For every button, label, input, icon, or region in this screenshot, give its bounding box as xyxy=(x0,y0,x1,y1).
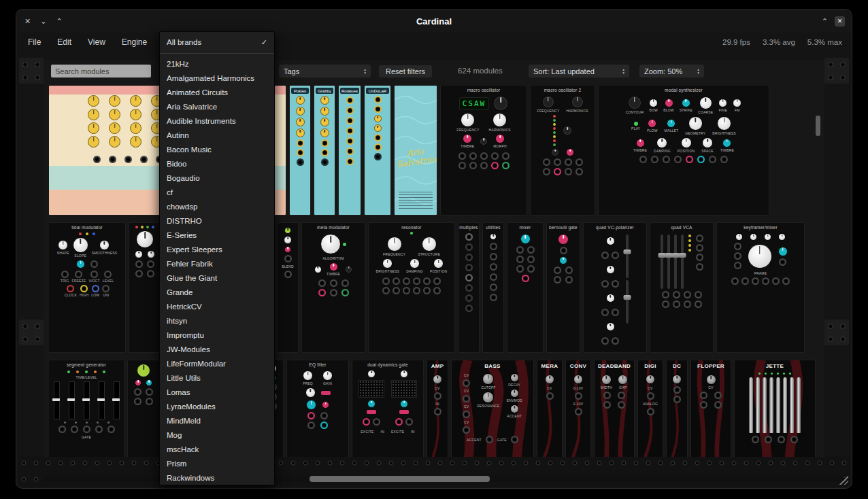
knob xyxy=(778,247,788,256)
module-tile[interactable]: DEADBANDWIDTHGAP xyxy=(595,360,634,457)
module-tile[interactable]: quad VCA xyxy=(650,223,713,352)
module-tile[interactable]: modal synthesizerCONTOURBOWBLOWSTRIKECOA… xyxy=(599,86,769,215)
module-tile[interactable] xyxy=(129,223,161,352)
module-tile[interactable]: Pokies xyxy=(290,86,310,215)
window-close-icon[interactable]: ✕ xyxy=(835,16,845,27)
module-tile[interactable]: dual dynamics gateEXCITEINEXCITEIN xyxy=(352,360,423,457)
module-tile[interactable]: Rotatoes xyxy=(339,86,361,215)
brand-menu-item[interactable]: Little Utils xyxy=(160,371,274,385)
brand-menu-item[interactable]: Audible Instruments xyxy=(160,114,274,128)
module-tile[interactable]: meta modulatorALGORITHMTIMBRE xyxy=(302,223,365,352)
panel-label: 0-10V xyxy=(573,402,583,406)
brand-menu-item[interactable]: Lomas xyxy=(160,385,274,400)
brand-menu-item[interactable]: E-Series xyxy=(160,228,274,243)
port xyxy=(516,246,524,254)
port xyxy=(433,287,441,294)
brand-menu-item[interactable]: mscHack xyxy=(160,443,274,457)
knob xyxy=(636,139,645,148)
reset-filters-label: Reset filters xyxy=(386,67,425,75)
port xyxy=(463,395,470,402)
brand-menu-item[interactable]: Impromptu xyxy=(160,328,274,343)
module-tile[interactable]: multiples xyxy=(458,223,479,352)
fader xyxy=(54,381,60,419)
module-tile[interactable]: Grabby xyxy=(314,86,335,215)
brand-menu-item[interactable]: Expert Sleepers xyxy=(160,243,274,257)
brand-menu-item[interactable]: Amalgamated Harmonics xyxy=(160,71,274,86)
brand-menu-item[interactable]: HetrickCV xyxy=(160,300,274,314)
module-tile[interactable]: AMPCVIN xyxy=(427,360,448,457)
brand-menu-item[interactable]: chowdsp xyxy=(160,200,274,214)
brand-menu-item[interactable]: Aria Salvatrice xyxy=(160,100,274,114)
brand-menu-item[interactable]: ihtsyn xyxy=(160,314,274,328)
module-tile[interactable]: resonatorFREQUENCYSTRUCTUREBRIGHTNESSDAM… xyxy=(369,223,454,352)
module-tile[interactable]: EQ filterFREQGAIN xyxy=(287,360,348,457)
sort-dropdown[interactable]: Sort: Last updated ▴▾ xyxy=(529,65,629,78)
module-tile[interactable]: BLEND xyxy=(278,223,298,352)
brand-menu-item[interactable]: Mog xyxy=(160,428,274,443)
menu-view[interactable]: View xyxy=(82,35,112,50)
brand-menu-item[interactable]: DISTRHO xyxy=(160,214,274,228)
menu-engine[interactable]: Engine xyxy=(116,35,153,50)
zoom-dropdown[interactable]: Zoom: 50% ▴▾ xyxy=(639,65,704,78)
reset-filters-button[interactable]: Reset filters xyxy=(379,65,432,78)
port xyxy=(684,291,691,298)
search-input[interactable] xyxy=(51,65,151,78)
brand-menu-item[interactable]: Animated Circuits xyxy=(160,86,274,100)
led xyxy=(553,139,556,142)
module-tile[interactable]: quad VC-polarizer xyxy=(584,223,646,352)
module-tile[interactable]: DIGICVANALOG xyxy=(638,360,663,457)
brand-menu-item[interactable]: cf xyxy=(160,186,274,200)
brand-menu-item[interactable]: Prism xyxy=(160,457,274,471)
horizontal-scrollbar-thumb[interactable] xyxy=(310,476,490,482)
module-tile[interactable]: segment generatorTIME/LEVELGATE xyxy=(49,360,124,457)
module-tile[interactable]: UnDuLaR xyxy=(365,86,390,215)
brand-menu-item[interactable]: Fehler Fabrik xyxy=(160,257,274,271)
module-tile[interactable]: CONV0-10V0-10V xyxy=(566,360,590,457)
vertical-scrollbar[interactable] xyxy=(816,116,820,136)
menu-file[interactable]: File xyxy=(22,35,47,50)
port xyxy=(374,143,382,151)
checkmark-icon: ✓ xyxy=(261,35,267,50)
port xyxy=(90,260,98,268)
brand-menu-item[interactable]: JW-Modules xyxy=(160,343,274,357)
module-tile[interactable]: bernoulli gate xyxy=(547,223,580,352)
module-tile[interactable]: BASSCVCVCVCVCUTOFFRESONANCEDECAYENVMODAC… xyxy=(452,360,533,457)
module-tile[interactable]: mixer xyxy=(507,223,543,352)
port xyxy=(297,158,304,166)
module-tile[interactable]: MERACV xyxy=(537,360,562,457)
panel-label: STRIKE xyxy=(680,108,692,112)
collapse-icon[interactable]: ⌃ xyxy=(822,18,828,25)
menubar: File Edit View Engine Help 29.9 fps 3.3%… xyxy=(16,33,852,52)
module-tile[interactable]: tidal modulatorSHAPESLOPESMOOTHNESSTRIGF… xyxy=(49,223,125,352)
brand-menu-item[interactable]: Bogaudio xyxy=(160,171,274,186)
module-tile[interactable]: macro oscillatorCSAWFREQUENCYHARMONICSTI… xyxy=(441,86,527,215)
module-tile[interactable]: macro oscillator 2FREQUENCYHARMONICS xyxy=(531,86,595,215)
brand-menu-item[interactable]: Bacon Music xyxy=(160,143,274,157)
brand-menu-item[interactable]: Bidoo xyxy=(160,157,274,171)
brand-menu-item[interactable]: LyraeModules xyxy=(160,400,274,414)
brand-menu-item[interactable]: MindMeld xyxy=(160,414,274,428)
module-tile[interactable] xyxy=(128,360,159,457)
module-tile[interactable]: keyframer/mixerFRAME xyxy=(717,223,804,352)
module-tile[interactable]: JETTE xyxy=(735,360,815,457)
module-tile[interactable]: Aria Salvatrice xyxy=(395,86,437,215)
port xyxy=(695,300,702,308)
tags-dropdown[interactable]: Tags ▴▾ xyxy=(279,65,371,78)
led xyxy=(343,243,346,246)
brand-menu-item[interactable]: Grande xyxy=(160,286,274,300)
module-tile[interactable]: utilities xyxy=(483,223,503,352)
brand-menu-item-all-brands[interactable]: All brands ✓ xyxy=(160,35,274,50)
port xyxy=(663,156,670,163)
brand-menu-item[interactable]: LifeFormModular xyxy=(160,357,274,371)
port xyxy=(601,337,609,345)
knob xyxy=(563,126,572,135)
module-tile[interactable]: FLOPPERCV xyxy=(691,360,731,457)
module-tile[interactable]: DC xyxy=(667,360,687,457)
panel-label: FM xyxy=(735,108,740,112)
brand-menu-item[interactable]: Rackwindows xyxy=(160,471,274,485)
brand-menu-item[interactable]: Glue the Giant xyxy=(160,271,274,286)
menu-edit[interactable]: Edit xyxy=(51,35,78,50)
brand-menu-item[interactable]: Autinn xyxy=(160,128,274,143)
brand-menu-item[interactable]: 21kHz xyxy=(160,57,274,71)
port xyxy=(741,277,749,285)
